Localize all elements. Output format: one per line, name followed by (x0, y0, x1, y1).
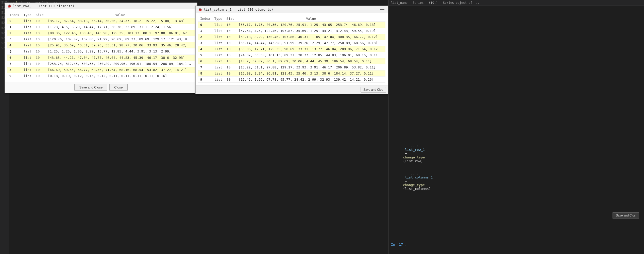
cell-index: 0 (198, 22, 212, 28)
cell-type: list (212, 70, 225, 77)
col-header-size: Size (34, 12, 46, 18)
cell-index: 7 (198, 64, 212, 70)
col-header-value: Value (46, 12, 195, 18)
cell-type: list (22, 55, 34, 61)
table-row: 7 list 10 [15.22, 31.1, 97.88, 129.17, 3… (198, 64, 385, 70)
cell-value: [15.08, 2.24, 86.91, 121.43, 35.46, 3.13… (236, 70, 385, 77)
cell-size: 10 (225, 28, 237, 34)
cell-index: 5 (7, 48, 22, 55)
cell-type: list (212, 64, 225, 70)
cell-type: list (212, 40, 225, 46)
cell-value: [80.36, 122.46, 130.46, 143.98, 125.35, … (46, 30, 195, 36)
cell-index: 3 (7, 36, 22, 42)
console-col-series: Series (413, 1, 423, 5)
table-row: 6 list 10 [18.2, 32.89, 80.1, 89.69, 30.… (198, 58, 385, 64)
dialog-list-row-1: 🐞 list_row_1 - List (10 elements) Index … (5, 3, 197, 93)
table-row: 0 list 10 [35.17, 1.73, 80.36, 120.76, 2… (198, 22, 385, 28)
cell-type: list (22, 67, 34, 73)
cell-value: [18.2, 32.89, 80.1, 89.69, 30.06, 4.44, … (236, 58, 385, 64)
cell-size: 10 (34, 48, 46, 55)
cell-index: 3 (198, 40, 212, 46)
table-row: 9 list 10 [13.43, 1.56, 67.78, 95.77, 28… (198, 77, 385, 83)
console-content: ...: list_row_1 = change_type (list_row)… (388, 138, 644, 198)
cell-size: 10 (225, 34, 237, 40)
cell-value: [120.76, 107.87, 107.86, 91.99, 90.69, 8… (46, 36, 195, 42)
dialog-left-title-left: 🐞 list_row_1 - List (10 elements) (7, 4, 75, 8)
cell-size: 10 (34, 36, 46, 42)
dialog-left-title-bar: 🐞 list_row_1 - List (10 elements) (5, 3, 197, 9)
table-row: 2 list 10 [38.18, 8.29, 130.46, 107.86, … (198, 34, 385, 40)
jupyter-prompt: In [17]: (391, 243, 407, 246)
cell-index: 5 (198, 52, 212, 58)
cell-size: 10 (34, 55, 46, 61)
save-and-close-button-right[interactable]: Save and Clos (361, 87, 386, 93)
console-top-bar: list_name Series (10,) Series object of … (388, 0, 644, 6)
table-row: 3 list 10 [36.14, 14.44, 143.98, 91.99, … (198, 40, 385, 46)
cell-type: list (22, 73, 34, 79)
cell-value: [25.91, 35.69, 40.31, 39.26, 33.31, 28.7… (46, 42, 195, 48)
dialog-right-title-bar: 🐞 list_columns_1 - List (10 elements) — (196, 6, 388, 13)
table-row: 2 list 10 [80.36, 122.46, 130.46, 143.98… (7, 30, 195, 36)
table-row: 5 list 10 [24.37, 36.38, 101.13, 89.37, … (198, 52, 385, 58)
cell-type: list (22, 48, 34, 55)
debug-icon-right: 🐞 (198, 8, 202, 11)
cell-value: [38.18, 8.29, 130.46, 107.86, 40.31, 1.0… (236, 34, 385, 40)
table-row: 3 list 10 [120.76, 107.87, 107.86, 91.99… (7, 36, 195, 42)
cell-value: [1.73, 4.5, 8.29, 14.44, 17.71, 36.38, 3… (46, 24, 195, 30)
cell-size: 10 (34, 18, 46, 24)
cell-type: list (212, 77, 225, 83)
cell-size: 10 (34, 73, 46, 79)
table-row: 4 list 10 [30.06, 17.71, 125.35, 90.69, … (198, 46, 385, 52)
console-panel: list_name Series (10,) Series object of … (388, 0, 644, 254)
col-header-type-r: Type (212, 16, 225, 22)
cell-index: 4 (7, 42, 22, 48)
cell-index: 7 (7, 61, 22, 67)
dialog-right-close-btn[interactable]: — (379, 7, 385, 12)
cell-type: list (22, 36, 34, 42)
cell-size: 10 (225, 77, 237, 83)
col-header-value-r: Value (236, 16, 385, 22)
cell-type: list (22, 61, 34, 67)
dialog-list-columns-1: 🐞 list_columns_1 - List (10 elements) — … (195, 6, 388, 94)
cell-index: 2 (198, 34, 212, 40)
table-row: 1 list 10 [37.64, 4.5, 122.46, 107.87, 3… (198, 28, 385, 34)
dialog-right-body: Index Type Size Value 0 list 10 [35.17, … (196, 13, 388, 85)
cell-size: 10 (225, 46, 237, 52)
cell-index: 1 (198, 28, 212, 34)
cell-index: 1 (7, 24, 22, 30)
cell-size: 10 (225, 22, 237, 28)
cell-value: [1.25, 1.25, 1.05, 2.29, 13.77, 12.85, 4… (46, 48, 195, 55)
dialog-right-title-text: list_columns_1 - List (10 elements) (204, 8, 273, 11)
cell-type: list (22, 24, 34, 30)
cell-size: 10 (34, 30, 46, 36)
table-row: 4 list 10 [25.91, 35.69, 40.31, 39.26, 3… (7, 42, 195, 48)
cell-index: 6 (198, 58, 212, 64)
mini-save-close-button[interactable]: Save and Clos (613, 212, 639, 219)
console-col-desc: Series object of ... (443, 1, 480, 5)
save-and-close-button-left[interactable]: Save and Close (74, 84, 107, 91)
cell-size: 10 (225, 40, 237, 46)
cell-value: [15.22, 31.1, 97.88, 129.17, 33.93, 3.91… (236, 64, 385, 70)
cell-value: [13.43, 1.56, 67.78, 95.77, 28.42, 2.99,… (236, 77, 385, 83)
console-line-1: ...: list_row_1 = change_type (list_row) (391, 140, 641, 167)
cell-index: 0 (7, 18, 22, 24)
table-row: 8 list 10 [15.08, 2.24, 86.91, 121.43, 3… (198, 70, 385, 77)
data-table-left: Index Type Size Value 0 list 10 [35.17, … (7, 12, 195, 79)
cell-type: list (22, 42, 34, 48)
table-row: 0 list 10 [35.17, 37.64, 38.18, 36.14, 3… (7, 18, 195, 24)
close-button-left[interactable]: Close (109, 84, 127, 91)
cell-index: 4 (198, 46, 212, 52)
cell-index: 9 (198, 77, 212, 83)
table-row: 7 list 10 [253.74, 312.43, 308.35, 250.8… (7, 61, 195, 67)
cell-type: list (212, 58, 225, 64)
table-row: 9 list 10 [0.18, 0.19, 0.12, 0.13, 0.12,… (7, 73, 195, 79)
debug-icon-left: 🐞 (7, 4, 11, 8)
prompt-in-label: In [17]: (391, 243, 407, 246)
data-table-right: Index Type Size Value 0 list 10 [35.17, … (198, 16, 385, 83)
cell-value: [24.37, 36.38, 101.13, 89.37, 28.77, 12.… (236, 52, 385, 58)
dialog-left-body: Index Type Size Value 0 list 10 [35.17, … (5, 9, 197, 82)
cell-size: 10 (34, 61, 46, 67)
dialog-left-footer: Save and Close Close (5, 82, 197, 93)
cell-value: [46.69, 59.55, 66.77, 68.56, 71.64, 68.1… (46, 67, 195, 73)
cell-type: list (212, 46, 225, 52)
